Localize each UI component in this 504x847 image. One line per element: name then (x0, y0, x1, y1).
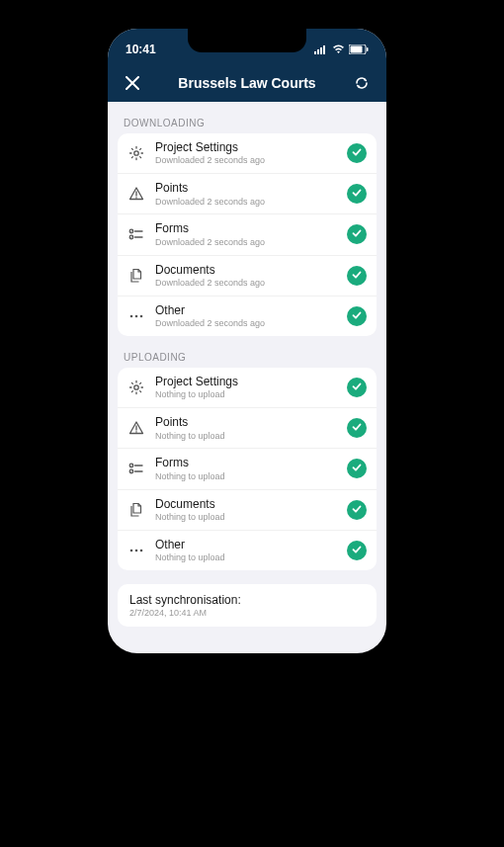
success-badge (347, 378, 367, 397)
row-subtitle: Downloaded 2 seconds ago (155, 155, 337, 166)
check-icon (351, 307, 363, 325)
uploading-row[interactable]: DocumentsNothing to upload (118, 490, 377, 531)
gear-icon (127, 144, 145, 162)
gear-icon (127, 379, 145, 396)
svg-rect-6 (367, 47, 369, 51)
svg-rect-2 (320, 47, 322, 54)
svg-rect-0 (314, 51, 316, 54)
phone-frame: 10:41 Brussels Law Courts DOWNLOADING Pr… (94, 15, 400, 667)
svg-point-14 (130, 315, 133, 318)
svg-point-17 (134, 385, 138, 389)
documents-icon (127, 501, 145, 519)
svg-point-25 (135, 549, 138, 551)
downloading-row[interactable]: OtherDownloaded 2 seconds ago (118, 296, 377, 336)
svg-rect-3 (323, 45, 325, 54)
nav-bar: Brussels Law Courts (108, 64, 386, 102)
downloading-row[interactable]: Project SettingsDownloaded 2 seconds ago (118, 133, 377, 174)
success-badge (347, 266, 367, 286)
row-title: Other (155, 303, 337, 317)
row-subtitle: Nothing to upload (155, 389, 337, 400)
check-icon (351, 144, 363, 162)
sync-icon (354, 75, 370, 91)
row-title: Project Settings (155, 140, 337, 154)
page-title: Brussels Law Courts (143, 75, 351, 91)
row-subtitle: Nothing to upload (155, 512, 337, 523)
svg-point-15 (135, 315, 138, 318)
success-badge (347, 143, 367, 163)
check-icon (351, 501, 363, 519)
success-badge (347, 184, 367, 204)
svg-point-24 (130, 549, 133, 551)
success-badge (347, 306, 367, 326)
uploading-row[interactable]: Project SettingsNothing to upload (118, 368, 377, 408)
check-icon (351, 542, 363, 559)
row-subtitle: Downloaded 2 seconds ago (155, 197, 337, 208)
downloading-row[interactable]: FormsDownloaded 2 seconds ago (118, 214, 377, 255)
row-subtitle: Nothing to upload (155, 471, 337, 482)
sync-info: Last synchronisation: 2/7/2024, 10:41 AM (118, 584, 377, 627)
row-subtitle: Nothing to upload (155, 552, 337, 563)
downloading-row[interactable]: DocumentsDownloaded 2 seconds ago (118, 256, 377, 296)
close-icon (126, 76, 139, 90)
wifi-icon (332, 44, 345, 54)
svg-rect-1 (317, 49, 319, 54)
sync-button[interactable] (351, 72, 373, 94)
check-icon (351, 267, 363, 285)
checklist-icon (127, 225, 145, 243)
svg-point-7 (134, 151, 138, 155)
screen: 10:41 Brussels Law Courts DOWNLOADING Pr… (108, 29, 386, 653)
row-title: Forms (155, 221, 337, 235)
success-badge (347, 459, 367, 478)
downloading-header: DOWNLOADING (118, 112, 377, 133)
row-subtitle: Nothing to upload (155, 431, 337, 442)
row-title: Other (155, 538, 337, 551)
row-subtitle: Downloaded 2 seconds ago (155, 237, 337, 248)
more-icon (127, 542, 145, 559)
check-icon (351, 225, 363, 243)
signal-icon (314, 44, 328, 54)
downloading-row[interactable]: PointsDownloaded 2 seconds ago (118, 174, 377, 214)
content[interactable]: DOWNLOADING Project SettingsDownloaded 2… (108, 102, 386, 653)
svg-point-9 (135, 197, 137, 199)
success-badge (347, 500, 367, 520)
more-icon (127, 307, 145, 325)
uploading-header: UPLOADING (118, 346, 377, 368)
warning-icon (127, 419, 145, 437)
check-icon (351, 185, 363, 203)
check-icon (351, 460, 363, 477)
row-title: Points (155, 181, 337, 195)
uploading-row[interactable]: OtherNothing to upload (118, 531, 377, 570)
row-title: Forms (155, 456, 337, 469)
svg-rect-5 (351, 46, 363, 53)
svg-point-16 (140, 315, 143, 318)
sync-title: Last synchronisation: (129, 593, 365, 607)
warning-icon (127, 185, 145, 203)
svg-point-26 (140, 549, 143, 551)
success-badge (347, 418, 367, 438)
status-time: 10:41 (126, 42, 156, 56)
success-badge (347, 541, 367, 560)
svg-point-19 (135, 431, 137, 433)
row-subtitle: Downloaded 2 seconds ago (155, 318, 337, 329)
battery-icon (349, 44, 369, 54)
notch (188, 29, 306, 52)
success-badge (347, 224, 367, 244)
row-title: Documents (155, 497, 337, 511)
row-title: Documents (155, 263, 337, 277)
row-subtitle: Downloaded 2 seconds ago (155, 278, 337, 289)
downloading-section: Project SettingsDownloaded 2 seconds ago… (118, 133, 377, 336)
uploading-row[interactable]: PointsNothing to upload (118, 408, 377, 449)
sync-date: 2/7/2024, 10:41 AM (129, 608, 365, 618)
close-button[interactable] (122, 72, 143, 94)
row-title: Project Settings (155, 375, 337, 388)
check-icon (351, 419, 363, 437)
documents-icon (127, 267, 145, 285)
uploading-section: Project SettingsNothing to uploadPointsN… (118, 368, 377, 570)
checklist-icon (127, 460, 145, 477)
check-icon (351, 379, 363, 396)
uploading-row[interactable]: FormsNothing to upload (118, 449, 377, 489)
row-title: Points (155, 415, 337, 429)
